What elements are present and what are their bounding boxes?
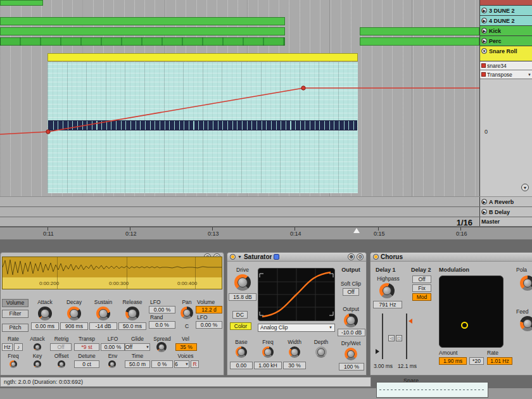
release-knob[interactable] bbox=[125, 307, 139, 320]
offset-knob[interactable] bbox=[58, 360, 65, 368]
dc-button[interactable]: DC bbox=[232, 311, 248, 319]
delay1-time-slider[interactable] bbox=[382, 314, 383, 359]
unfold-track-icon[interactable]: ▶ bbox=[481, 28, 487, 34]
arrangement-clip[interactable] bbox=[0, 0, 43, 6]
track-header-4-dune-2[interactable]: ▶ 4 DUNE 2 bbox=[480, 16, 532, 26]
saturator-title-bar[interactable]: ▼ Saturator ⊕ ⊙ bbox=[227, 253, 366, 262]
delay1-slider-handle[interactable] bbox=[376, 349, 379, 354]
delay2-slider-handle[interactable] bbox=[408, 319, 412, 324]
attack-value[interactable]: 0.00 ms bbox=[31, 322, 59, 330]
tab-pitch[interactable]: Pitch bbox=[2, 324, 28, 332]
voices-select[interactable]: 6 ▼ bbox=[174, 360, 189, 368]
link-left-icon[interactable]: ◁ bbox=[388, 335, 395, 341]
return-track-b[interactable]: ▶ B Delay bbox=[0, 207, 532, 217]
freq-value[interactable]: 1.00 kH bbox=[254, 362, 282, 369]
unfold-track-icon[interactable]: ▶ bbox=[481, 209, 487, 215]
pitch-env-knob[interactable] bbox=[108, 360, 116, 368]
freq-knob[interactable] bbox=[262, 346, 274, 358]
clip-overview[interactable] bbox=[376, 382, 488, 398]
arrangement-clip[interactable] bbox=[0, 27, 285, 35]
fold-track-icon[interactable]: ▼ bbox=[481, 48, 487, 54]
release-value[interactable]: 50.0 ms bbox=[118, 322, 146, 330]
soft-clip-toggle[interactable]: Off bbox=[343, 288, 359, 296]
glide-mode-select[interactable]: Off ▼ bbox=[125, 343, 150, 351]
envelope-param-chooser[interactable]: Transpose ▼ bbox=[480, 70, 532, 79]
drywet-value[interactable]: 100 % bbox=[339, 363, 364, 370]
scroll-down-icon[interactable]: ▼ bbox=[521, 184, 529, 191]
vel-value[interactable]: 35 % bbox=[175, 343, 197, 351]
unfold-track-icon[interactable]: ▶ bbox=[481, 199, 487, 205]
master-header[interactable]: Master bbox=[479, 217, 532, 226]
sustain-value[interactable]: -14 dB bbox=[89, 322, 117, 330]
volume-value[interactable]: 12.2 d bbox=[196, 306, 222, 314]
lfo-attack-knob[interactable] bbox=[34, 343, 41, 351]
retrig-value[interactable]: Off bbox=[50, 343, 72, 351]
drive-knob[interactable] bbox=[234, 274, 251, 291]
track-header-snare-roll[interactable]: ▼ Snare Roll bbox=[480, 46, 532, 61]
width-value[interactable]: 30 % bbox=[283, 362, 306, 369]
link-equal-icon[interactable]: ▢ bbox=[396, 335, 402, 341]
drywet-knob[interactable] bbox=[345, 348, 357, 360]
return-header-a-reverb[interactable]: ▶ A Reverb bbox=[479, 197, 532, 206]
arrangement-clip[interactable] bbox=[360, 27, 479, 35]
rate-value[interactable]: 1.01 Hz bbox=[487, 357, 512, 365]
delay1-time-value[interactable]: 3.00 ms bbox=[370, 363, 396, 369]
track-header-3-dune-2[interactable]: ▶ 3 DUNE 2 bbox=[480, 6, 532, 16]
snare-roll-clip[interactable] bbox=[48, 53, 358, 61]
delay2-mode-mod[interactable]: Mod bbox=[412, 293, 431, 301]
delay2-mode-fix[interactable]: Fix bbox=[412, 284, 431, 292]
volume-lfo-value[interactable]: 0.00 % bbox=[196, 321, 222, 329]
tab-volume[interactable]: Volume bbox=[2, 299, 28, 307]
hot-swap-icon[interactable]: ⊕ bbox=[348, 253, 355, 260]
device-activator-icon[interactable] bbox=[373, 254, 379, 260]
pan-knob[interactable] bbox=[180, 307, 193, 319]
decay-knob[interactable] bbox=[67, 307, 81, 320]
hot-swap-hand-icon[interactable] bbox=[274, 254, 279, 260]
modulation-xy-pad[interactable] bbox=[439, 276, 504, 348]
attack-knob[interactable] bbox=[38, 307, 52, 320]
device-activator-icon[interactable] bbox=[230, 254, 236, 260]
timeline-ruler[interactable]: 0:11 0:12 0:13 0:14 0:15 0:16 bbox=[0, 227, 532, 239]
save-preset-icon[interactable]: ⊙ bbox=[357, 253, 364, 260]
spread-value[interactable]: 0 % bbox=[151, 360, 173, 368]
shape-select[interactable]: Analog Clip ▼ bbox=[258, 324, 335, 332]
tab-filter[interactable]: Filter bbox=[2, 310, 28, 318]
track-header-partial[interactable] bbox=[480, 0, 532, 6]
width-knob[interactable] bbox=[289, 346, 300, 358]
feedback-knob[interactable] bbox=[520, 316, 532, 331]
unfold-track-icon[interactable]: ▶ bbox=[481, 18, 487, 23]
glide-time-value[interactable]: 50.0 m bbox=[125, 360, 150, 368]
spread-knob[interactable] bbox=[156, 342, 167, 352]
rate-sync-button[interactable]: ♪ bbox=[14, 343, 23, 351]
polarity-knob[interactable] bbox=[520, 276, 532, 291]
sample-waveform-display[interactable]: 0:00:200 0:00:300 0:00:400 bbox=[2, 256, 222, 289]
sustain-knob[interactable] bbox=[96, 307, 110, 320]
key-knob[interactable] bbox=[34, 360, 41, 368]
rate-hz-button[interactable]: Hz bbox=[2, 343, 13, 351]
base-knob[interactable] bbox=[236, 346, 247, 358]
arrangement-clip[interactable] bbox=[360, 37, 479, 46]
insert-marker[interactable] bbox=[353, 228, 360, 233]
rand-value[interactable]: 0.0 % bbox=[149, 321, 175, 329]
unfold-track-icon[interactable]: ▶ bbox=[481, 8, 487, 13]
lfo-amount-value[interactable]: 0.00 % bbox=[149, 306, 175, 314]
delay2-time-slider[interactable] bbox=[406, 314, 407, 359]
arrangement-lanes[interactable] bbox=[0, 0, 479, 196]
depth-knob[interactable] bbox=[315, 346, 327, 358]
drive-value[interactable]: 15.8 dB bbox=[229, 293, 256, 301]
pitch-lfo-value[interactable]: 0.00 % bbox=[101, 343, 125, 351]
retrigger-button[interactable]: R bbox=[191, 360, 199, 368]
clip-device-chooser[interactable]: snare34 bbox=[480, 61, 532, 70]
arrangement-clip[interactable] bbox=[0, 37, 285, 46]
delay2-time-value[interactable]: 12.1 ms bbox=[395, 363, 420, 369]
lfo-freq-knob[interactable] bbox=[10, 360, 17, 368]
decay-value[interactable]: 908 ms bbox=[60, 322, 88, 330]
track-header-perc[interactable]: ▶ Perc bbox=[480, 36, 532, 46]
transpose-value[interactable]: *9 st bbox=[74, 343, 99, 351]
return-header-b-delay[interactable]: ▶ B Delay bbox=[479, 207, 532, 217]
modulation-position-marker[interactable] bbox=[461, 322, 468, 329]
highpass-value[interactable]: 791 Hz bbox=[373, 301, 402, 308]
color-button[interactable]: Color bbox=[230, 322, 251, 330]
unfold-track-icon[interactable]: ▶ bbox=[481, 38, 487, 44]
midi-note-row[interactable] bbox=[48, 120, 357, 130]
